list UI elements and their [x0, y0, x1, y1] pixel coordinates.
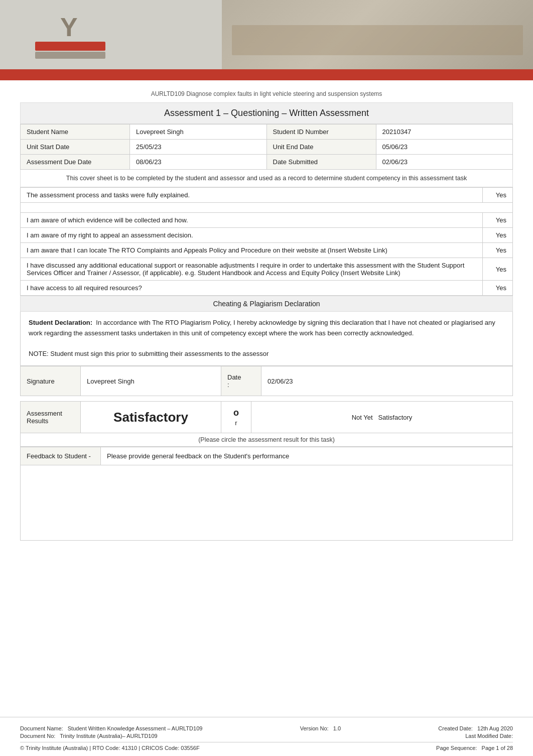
- due-date-label: Assessment Due Date: [21, 155, 130, 170]
- unit-start-value: 25/05/23: [130, 140, 267, 155]
- cheating-heading: Cheating & Plagiarism Declaration: [20, 296, 513, 312]
- satisfactory-text: Satisfactory: [87, 410, 215, 425]
- feedback-text: Please provide general feedback on the S…: [101, 447, 513, 465]
- declaration-text: In accordance with The RTO Plagiarism Po…: [29, 319, 495, 337]
- student-name-label: Student Name: [21, 124, 130, 140]
- unit-start-label: Unit Start Date: [21, 140, 130, 155]
- student-name-value: Lovepreet Singh: [130, 124, 267, 140]
- created-value: 12th Aug 2020: [477, 725, 513, 731]
- checklist-answer-3: Yes: [483, 228, 513, 243]
- header-banner: [0, 0, 533, 80]
- due-date-value: 08/06/23: [130, 155, 267, 170]
- copyright-text: © Trinity Institute (Australia) | RTO Co…: [20, 745, 200, 751]
- declaration-label: Student Declaration:: [29, 319, 92, 326]
- please-circle: (Please circle the assessment result for…: [20, 433, 513, 447]
- cover-note: This cover sheet is to be completed by t…: [20, 170, 513, 187]
- feedback-row: Feedback to Student - Please provide gen…: [21, 447, 513, 465]
- checklist-table: The assessment process and tasks were fu…: [20, 187, 513, 296]
- circle-o: o: [233, 408, 239, 418]
- last-mod-row: Last Modified Date:: [465, 733, 513, 739]
- footer: Document Name: Student Written Knowledge…: [0, 717, 533, 756]
- checklist-answer-0: Yes: [483, 188, 513, 203]
- checklist-row-2: I am aware of which evidence will be col…: [21, 213, 513, 228]
- declaration-paragraph: Student Declaration: In accordance with …: [29, 318, 504, 339]
- assessment-results-row: Assessment Results Satisfactory o r Not …: [21, 402, 513, 433]
- student-id-label: Student ID Number: [266, 124, 376, 140]
- doc-name-label: Document Name:: [20, 725, 63, 731]
- logo-strip: [35, 42, 105, 51]
- table-row: Unit Start Date 25/05/23 Unit End Date 0…: [21, 140, 513, 155]
- checklist-text-2: I am aware of which evidence will be col…: [21, 213, 483, 228]
- version-row: Version No: 1.0: [300, 725, 341, 731]
- banner-right: [222, 0, 533, 80]
- checklist-row-0: The assessment process and tasks were fu…: [21, 188, 513, 203]
- date-submitted-value: 02/06/23: [376, 155, 513, 170]
- checklist-answer-4: Yes: [483, 243, 513, 258]
- checklist-answer-2: Yes: [483, 213, 513, 228]
- checklist-text-6: I have access to all required resources?: [21, 281, 483, 296]
- footer-center: Version No: 1.0: [300, 725, 341, 739]
- signature-row: Signature Lovepreet Singh Date : 02/06/2…: [21, 366, 513, 396]
- page-seq-row: Page Sequence: Page 1 of 28: [436, 745, 513, 751]
- footer-left: Document Name: Student Written Knowledge…: [20, 725, 202, 739]
- logo-subtext: [35, 52, 105, 59]
- date-label: Date :: [221, 366, 261, 396]
- logo-area: [30, 10, 110, 60]
- not-yet-text: Not Yet Satisfactory: [257, 414, 506, 421]
- page-seq-value: Page 1 of 28: [482, 745, 513, 751]
- main-content: AURLTD109 Diagnose complex faults in lig…: [0, 80, 533, 717]
- table-row: Student Name Lovepreet Singh Student ID …: [21, 124, 513, 140]
- date-submitted-label: Date Submitted: [266, 155, 376, 170]
- created-label: Created Date:: [438, 725, 472, 731]
- not-yet-satisfactory-cell: Not Yet Satisfactory: [251, 402, 513, 433]
- checklist-text-4: I am aware that I can locate The RTO Com…: [21, 243, 483, 258]
- footer-bottom: © Trinity Institute (Australia) | RTO Co…: [20, 742, 513, 751]
- table-row: Assessment Due Date 08/06/23 Date Submit…: [21, 155, 513, 170]
- doc-name-value: Student Written Knowledge Assessment – A…: [68, 725, 203, 731]
- info-table: Student Name Lovepreet Singh Student ID …: [20, 124, 513, 170]
- checklist-row-3: I am aware of my right to appeal an asse…: [21, 228, 513, 243]
- red-bottom-bar: [0, 69, 533, 80]
- date-value: 02/06/23: [261, 366, 513, 396]
- checklist-answer-5: Yes: [483, 258, 513, 281]
- satisfactory2-text: Satisfactory: [378, 414, 412, 421]
- assessment-title: Assessment 1 – Questioning – Written Ass…: [20, 102, 513, 124]
- footer-top: Document Name: Student Written Knowledge…: [20, 722, 513, 742]
- signature-table: Signature Lovepreet Singh Date : 02/06/2…: [20, 366, 513, 396]
- doc-name-row: Document Name: Student Written Knowledge…: [20, 725, 202, 731]
- page-seq-label: Page Sequence:: [436, 745, 477, 751]
- satisfactory-cell: Satisfactory: [81, 402, 221, 433]
- signature-label: Signature: [21, 366, 81, 396]
- checklist-text-5: I have discussed any additional educatio…: [21, 258, 483, 281]
- version-value: 1.0: [333, 725, 341, 731]
- created-row: Created Date: 12th Aug 2020: [438, 725, 513, 731]
- not-yet-label: Not Yet: [352, 414, 373, 421]
- circle-options-cell: o r: [221, 402, 251, 433]
- checklist-row-5: I have discussed any additional educatio…: [21, 258, 513, 281]
- circle-options: o r: [227, 408, 245, 427]
- doc-no-label: Document No:: [20, 733, 55, 739]
- checklist-text-0: The assessment process and tasks were fu…: [21, 188, 483, 203]
- subtitle: AURLTD109 Diagnose complex faults in lig…: [20, 90, 513, 97]
- unit-end-value: 05/06/23: [376, 140, 513, 155]
- declaration-note: NOTE: Student must sign this prior to su…: [29, 349, 504, 359]
- assessment-results-table: Assessment Results Satisfactory o r Not …: [20, 401, 513, 433]
- declaration-block: Student Declaration: In accordance with …: [20, 312, 513, 366]
- checklist-text-3: I am aware of my right to appeal an asse…: [21, 228, 483, 243]
- version-label: Version No:: [300, 725, 329, 731]
- checklist-row-6: I have access to all required resources?…: [21, 281, 513, 296]
- page: AURLTD109 Diagnose complex faults in lig…: [0, 0, 533, 756]
- unit-end-label: Unit End Date: [266, 140, 376, 155]
- logo-icon: [55, 12, 85, 40]
- feedback-table: Feedback to Student - Please provide gen…: [20, 447, 513, 465]
- checklist-blank-row: [21, 203, 513, 213]
- feedback-writing-area: [20, 465, 513, 541]
- signature-value: Lovepreet Singh: [81, 366, 221, 396]
- last-mod-label: Last Modified Date:: [465, 733, 513, 739]
- footer-right: Created Date: 12th Aug 2020 Last Modifie…: [438, 725, 513, 739]
- doc-no-value: Trinity Institute (Australia)– AURLTD109: [60, 733, 157, 739]
- circle-r: r: [235, 419, 237, 427]
- checklist-row-4: I am aware that I can locate The RTO Com…: [21, 243, 513, 258]
- banner-text-block: [232, 25, 523, 55]
- assessment-results-label: Assessment Results: [21, 402, 81, 433]
